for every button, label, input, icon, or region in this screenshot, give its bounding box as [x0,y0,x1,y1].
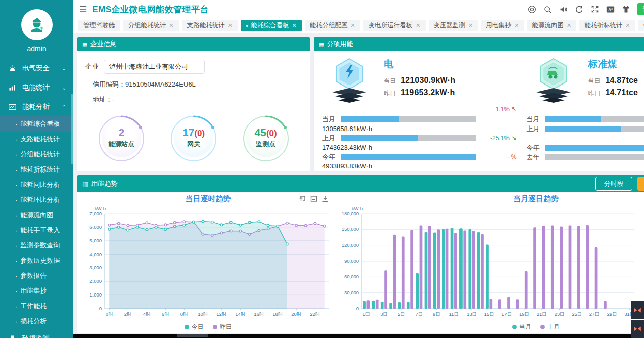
sidebar-item-支路能耗统计[interactable]: ·支路能耗统计 [0,132,73,147]
sidebar-item-能耗折标统计[interactable]: ·能耗折标统计 [0,162,73,177]
tab-close-icon[interactable]: ✕ [351,22,355,29]
tab-能耗综合看板[interactable]: ●能耗综合看板✕ [241,20,302,31]
svg-text:11日: 11日 [449,311,459,317]
sidebar-group-电能统计[interactable]: 电能统计⌄ [0,78,73,97]
svg-text:10时: 10时 [198,311,208,317]
bullet-dot: · [15,212,17,219]
sidebar-item-能耗手工录入[interactable]: ·能耗手工录入 [0,223,73,238]
svg-text:3日: 3日 [380,311,388,317]
toolbox-restore-icon[interactable] [299,195,306,202]
tab-参数报告[interactable]: 参数报告✕ [638,20,644,31]
font-size-icon[interactable]: A² [606,5,615,14]
bar-label: 上月 [526,124,541,134]
sidebar-scrollbar[interactable] [71,94,73,164]
bar-chart-svg[interactable]: 030,00060,00090,000120,000150,000180,000… [336,204,638,322]
bar-track [545,154,644,160]
sidebar-item-用能集抄[interactable]: ·用能集抄 [0,283,73,299]
tab-能耗分组配置[interactable]: 能耗分组配置✕ [305,20,360,31]
sidebar-item-分组能耗统计[interactable]: ·分组能耗统计 [0,147,73,162]
svg-text:21日: 21日 [537,311,547,317]
search-icon[interactable] [543,5,553,14]
tab-bar: 管理驾驶舱分组能耗统计✕支路能耗统计✕●能耗综合看板✕能耗分组配置✕变电所运行看… [73,18,644,33]
sidebar-item-监测参数查询[interactable]: ·监测参数查询 [0,238,73,253]
tab-变电所运行看板[interactable]: 变电所运行看板✕ [363,20,426,31]
tab-close-icon[interactable]: ✕ [169,22,174,29]
record-icon[interactable] [528,5,537,14]
tab-用电集抄[interactable]: 用电集抄✕ [481,20,524,31]
bar-label: 当月 [322,115,337,124]
address-line: 地址：- [93,95,302,104]
board-icon [7,103,17,111]
horizontal-scrollbar-thumb[interactable] [177,334,208,337]
chevron-down-icon: ⌄ [62,66,66,71]
sidebar-item-损耗分析[interactable]: ·损耗分析 [0,314,73,329]
content-area: ▦ 企业信息 企业 信用编码：91510504MA6224EU6L 地址：- 2… [73,33,644,338]
horizontal-scrollbar[interactable] [73,334,644,338]
toolbox-dataview-icon[interactable] [310,195,317,202]
avatar[interactable] [21,9,53,40]
tab-label: 支路能耗统计 [187,21,225,30]
normal-alarm-button[interactable]: 普通 [637,3,644,15]
tab-label: 用电集抄 [486,21,511,30]
legend-item-当月[interactable]: 当月 [512,323,531,331]
legend-item-今日[interactable]: 今日 [185,323,204,331]
company-input[interactable] [104,60,205,74]
sidebar-item-label: 支路能耗统计 [20,135,60,144]
legend-item-昨日[interactable]: 昨日 [213,323,232,331]
sidebar-group-电气安全[interactable]: 电气安全⌄ [0,59,73,78]
electric-hexagon-icon [322,56,377,106]
legend-item-上月[interactable]: 上月 [540,323,560,331]
sidebar-item-能耗综合看板[interactable]: ·能耗综合看板 [0,116,73,132]
tab-close-icon[interactable]: ✕ [416,22,420,29]
svg-text:20时: 20时 [291,311,302,317]
hamburger-menu-icon[interactable]: ☰ [79,5,87,14]
tab-close-icon[interactable]: ✕ [625,22,630,29]
tab-close-icon[interactable]: ✕ [567,22,571,29]
tab-变压器监测[interactable]: 变压器监测✕ [429,20,478,31]
tab-close-icon[interactable]: ✕ [292,22,296,29]
energy-panel-title: 分项用能 [327,39,353,49]
legend-label: 今日 [192,323,204,331]
line-chart-svg[interactable]: 01,0002,0003,0004,0005,0006,0007,000kW·h… [80,204,333,322]
fullscreen-icon[interactable] [590,5,600,14]
energy-subitem-panel: ▦ 分项用能 电当日121030.9kW·h昨日119653.2kW·h1.1%… [314,37,644,171]
stat-circles: 2能源站点17(0)网关45(0)监测点 [85,111,302,164]
sidebar-item-参数报告[interactable]: ·参数报告 [0,268,73,283]
sidebar-group-环境监测[interactable]: 环境监测⌄ [0,329,73,338]
bar-track [341,154,476,160]
sidebar-group-能耗分析[interactable]: 能耗分析⌃ [0,97,73,116]
tab-分组能耗统计[interactable]: 分组能耗统计✕ [123,20,179,31]
svg-text:A²: A² [608,7,613,12]
energy-column-标准煤: 标准煤当日14.87tce昨日14.71tce1.1 ↖当月160.47tce上… [526,56,644,171]
sidebar-item-参数历史数据[interactable]: ·参数历史数据 [0,253,73,268]
time-period-button[interactable]: 分时段 [595,177,632,191]
tab-管理驾驶舱[interactable]: 管理驾驶舱 [78,20,120,31]
stat-circle-网关: 17(0)网关 [168,111,219,164]
tab-label: 分组能耗统计 [128,21,166,30]
tab-支路能耗统计[interactable]: 支路能耗统计✕ [182,20,238,31]
sidebar-item-能耗同比分析[interactable]: ·能耗同比分析 [0,177,73,192]
tab-能源流向图[interactable]: 能源流向图✕ [527,20,576,31]
svg-text:16时: 16时 [254,311,264,317]
svg-text:9日: 9日 [433,311,440,317]
volume-icon[interactable] [559,5,568,14]
collapse-button[interactable] [631,301,644,319]
refresh-icon[interactable] [575,5,584,14]
total-energy-button[interactable]: 总用能 [637,177,644,191]
theme-icon[interactable] [622,5,631,14]
toolbox-download-icon[interactable] [321,195,329,202]
bar-fill [545,126,620,132]
sidebar-item-能源流向图[interactable]: ·能源流向图 [0,207,73,223]
collapse-button[interactable] [631,320,644,338]
sidebar-item-label: 用能集抄 [20,286,47,295]
sidebar-item-能耗环比分析[interactable]: ·能耗环比分析 [0,192,73,207]
tab-能耗折标统计[interactable]: 能耗折标统计✕ [579,20,635,31]
tab-close-icon[interactable]: ✕ [514,22,519,29]
tab-close-icon[interactable]: ✕ [228,22,233,29]
stat-label: 能源站点 [108,140,134,149]
svg-text:2,000: 2,000 [89,278,102,284]
sidebar-item-工作能耗[interactable]: ·工作能耗 [0,299,73,314]
tab-close-icon[interactable]: ✕ [468,22,473,29]
svg-text:60,000: 60,000 [344,274,359,279]
tab-label: 能耗综合看板 [251,21,289,30]
